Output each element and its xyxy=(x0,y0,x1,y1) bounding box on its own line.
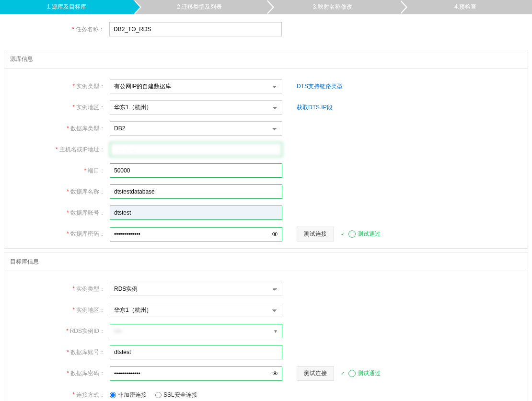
source-password-label: *数据库密码： xyxy=(4,230,110,238)
source-section: 源库信息 *实例类型： 有公网IP的自建数据库 DTS支持链路类型 *实例地区：… xyxy=(4,50,528,249)
source-host-label: *主机名或IP地址： xyxy=(4,146,110,154)
source-host-input[interactable] xyxy=(110,142,282,157)
step-4[interactable]: 4.预检查 xyxy=(399,0,532,14)
source-db-type-label: *数据库类型： xyxy=(4,125,110,133)
target-account-label: *数据库账号： xyxy=(4,348,110,356)
source-instance-type-select[interactable]: 有公网IP的自建数据库 xyxy=(110,79,282,93)
target-region-select[interactable]: 华东1（杭州） xyxy=(110,303,282,317)
source-port-input[interactable] xyxy=(110,163,282,178)
source-db-name-input[interactable] xyxy=(110,184,282,199)
target-instance-type-select[interactable]: RDS实例 xyxy=(110,282,282,296)
step-3[interactable]: 3.映射名称修改 xyxy=(266,0,399,14)
source-region-select[interactable]: 华东1（杭州） xyxy=(110,100,282,115)
task-name-input[interactable] xyxy=(109,22,282,36)
connection-mode-label: *连接方式： xyxy=(4,391,110,399)
source-region-label: *实例地区： xyxy=(4,103,110,112)
source-account-label: *数据库账号： xyxy=(4,209,110,217)
target-password-input[interactable] xyxy=(110,367,282,381)
source-header: 源库信息 xyxy=(4,50,528,69)
target-test-connection-button[interactable]: 测试连接 xyxy=(297,366,334,381)
source-account-input[interactable] xyxy=(110,206,282,220)
target-region-label: *实例地区： xyxy=(4,306,110,314)
source-instance-type-label: *实例类型： xyxy=(4,82,110,91)
source-password-input[interactable] xyxy=(110,227,282,241)
source-db-name-label: *数据库名称： xyxy=(4,188,110,196)
task-name-label: *任务名称： xyxy=(4,25,109,34)
step-2[interactable]: 2.迁移类型及列表 xyxy=(133,0,266,14)
step-1[interactable]: 1.源库及目标库 xyxy=(0,0,133,14)
target-account-input[interactable] xyxy=(110,345,282,359)
dts-ip-link[interactable]: 获取DTS IP段 xyxy=(297,103,333,112)
target-section: 目标库信息 *实例类型： RDS实例 *实例地区： 华东1（杭州） *RDS实例… xyxy=(4,252,528,401)
eye-icon[interactable]: 👁 xyxy=(272,230,278,238)
eye-icon[interactable]: 👁 xyxy=(272,370,278,378)
wizard-steps: 1.源库及目标库 2.迁移类型及列表 3.映射名称修改 4.预检查 xyxy=(0,0,532,14)
connection-mode-ssl[interactable]: SSL安全连接 xyxy=(155,391,197,399)
target-header: 目标库信息 xyxy=(4,253,528,271)
target-rds-id-select[interactable]: rm- ▼ xyxy=(110,324,282,338)
connection-mode-plain[interactable]: 非加密连接 xyxy=(110,391,147,399)
source-db-type-select[interactable]: DB2 xyxy=(110,121,282,136)
target-password-label: *数据库密码： xyxy=(4,369,110,378)
dts-link-type-link[interactable]: DTS支持链路类型 xyxy=(297,82,343,91)
target-test-pass-status: 测试通过 xyxy=(348,369,381,378)
source-port-label: *端口： xyxy=(4,167,110,175)
chevron-down-icon: ▼ xyxy=(273,329,278,334)
target-rds-id-label: *RDS实例ID： xyxy=(4,327,110,335)
source-test-connection-button[interactable]: 测试连接 xyxy=(297,227,334,241)
target-instance-type-label: *实例类型： xyxy=(4,285,110,293)
source-test-pass-status: 测试通过 xyxy=(348,230,381,238)
